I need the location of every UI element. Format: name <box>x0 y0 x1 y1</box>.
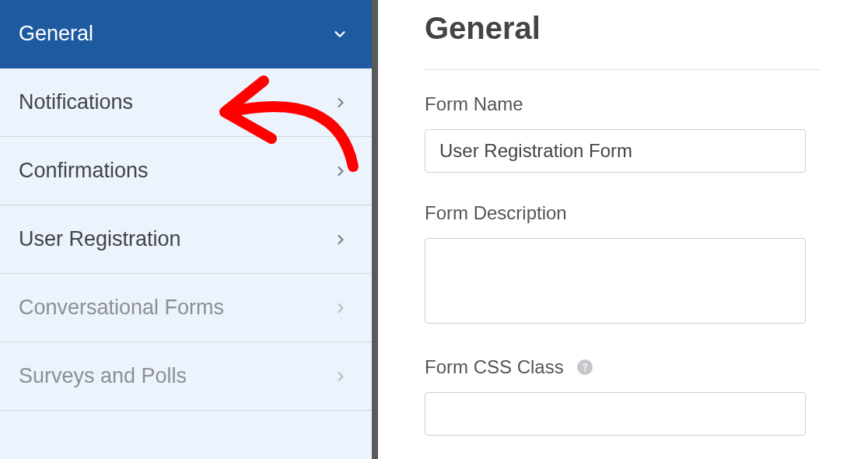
label-form-description: Form Description <box>425 202 821 224</box>
chevron-right-icon <box>333 163 348 179</box>
field-form-description: Form Description <box>425 202 821 327</box>
chevron-down-icon <box>331 26 348 43</box>
form-name-input[interactable] <box>425 129 806 173</box>
sidebar-item-label: User Registration <box>19 227 181 251</box>
chevron-right-icon <box>333 95 348 110</box>
sidebar-item-conversational-forms[interactable]: Conversational Forms <box>0 274 372 342</box>
sidebar-item-user-registration[interactable]: User Registration <box>0 205 372 274</box>
chevron-right-icon <box>333 232 348 247</box>
sidebar-item-label: Surveys and Polls <box>19 364 187 388</box>
sidebar-item-general[interactable]: General <box>0 0 372 68</box>
sidebar: General Notifications Confirmations User… <box>0 0 378 459</box>
field-form-css-class: Form CSS Class <box>425 356 821 436</box>
chevron-right-icon <box>333 300 348 316</box>
sidebar-item-confirmations[interactable]: Confirmations <box>0 137 372 205</box>
sidebar-item-notifications[interactable]: Notifications <box>0 68 372 137</box>
chevron-right-icon <box>333 369 348 384</box>
field-form-name: Form Name <box>425 93 821 173</box>
sidebar-item-label: Conversational Forms <box>19 296 224 320</box>
divider <box>425 69 821 70</box>
sidebar-item-label: General <box>19 22 93 46</box>
form-description-input[interactable] <box>425 238 806 324</box>
label-form-name: Form Name <box>425 93 821 115</box>
page-title: General <box>425 11 821 46</box>
help-icon[interactable] <box>575 357 595 377</box>
form-css-class-input[interactable] <box>425 392 806 436</box>
sidebar-item-surveys-polls[interactable]: Surveys and Polls <box>0 342 372 411</box>
main-panel: General Form Name Form Description Form … <box>378 0 868 459</box>
label-form-css-class: Form CSS Class <box>425 356 821 378</box>
sidebar-item-label: Notifications <box>19 90 133 114</box>
sidebar-item-label: Confirmations <box>19 159 149 183</box>
